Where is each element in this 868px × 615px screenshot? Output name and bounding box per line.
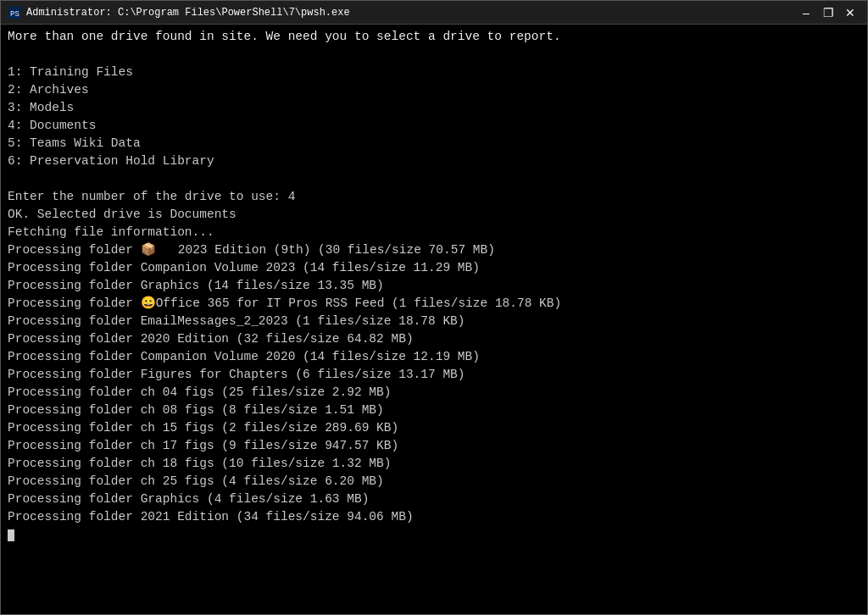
console-line: Processing folder ch 15 figs (2 files/si…	[8, 419, 860, 437]
window-controls: – ❐ ✕	[796, 4, 860, 21]
console-line: Processing folder ch 08 figs (8 files/si…	[8, 402, 860, 419]
console-line: Processing folder ch 25 figs (4 files/si…	[8, 473, 860, 490]
console-line: Processing folder Figures for Chapters (…	[8, 366, 860, 384]
cursor	[8, 529, 14, 541]
title-bar: PS Administrator: C:\Program Files\Power…	[1, 1, 867, 25]
console-line: Fetching file information...	[8, 224, 860, 241]
powershell-window: PS Administrator: C:\Program Files\Power…	[0, 0, 868, 615]
console-line: Processing folder 😀Office 365 for IT Pro…	[8, 295, 860, 313]
window-title: Administrator: C:\Program Files\PowerShe…	[26, 7, 796, 19]
console-line: Enter the number of the drive to use: 4	[8, 188, 860, 206]
console-output[interactable]: More than one drive found in site. We ne…	[1, 25, 867, 614]
console-line: 4: Documents	[8, 117, 860, 135]
console-line: 5: Teams Wiki Data	[8, 135, 860, 152]
restore-button[interactable]: ❐	[818, 4, 838, 21]
console-line	[8, 46, 860, 64]
console-line	[8, 170, 860, 188]
console-line: 2: Archives	[8, 81, 860, 99]
close-button[interactable]: ✕	[840, 4, 860, 21]
console-line: Processing folder Companion Volume 2020 …	[8, 348, 860, 366]
console-line: OK. Selected drive is Documents	[8, 206, 860, 224]
console-line: Processing folder ch 17 figs (9 files/si…	[8, 437, 860, 455]
cursor-line	[8, 526, 860, 544]
console-line: Processing folder Graphics (14 files/siz…	[8, 277, 860, 295]
content-wrapper: More than one drive found in site. We ne…	[1, 25, 867, 614]
console-line: Processing folder EmailMessages_2_2023 (…	[8, 313, 860, 330]
console-line: 6: Preservation Hold Library	[8, 152, 860, 170]
console-line: Processing folder Graphics (4 files/size…	[8, 490, 860, 508]
console-line: Processing folder 📦 2023 Edition (9th) (…	[8, 241, 860, 259]
console-line: Processing folder 2021 Edition (34 files…	[8, 508, 860, 526]
window-icon: PS	[8, 6, 21, 19]
console-line: Processing folder ch 18 figs (10 files/s…	[8, 455, 860, 473]
console-line: 1: Training Files	[8, 64, 860, 81]
console-line: Processing folder 2020 Edition (32 files…	[8, 330, 860, 348]
console-line: Processing folder ch 04 figs (25 files/s…	[8, 384, 860, 402]
console-line: Processing folder Companion Volume 2023 …	[8, 259, 860, 277]
console-line: More than one drive found in site. We ne…	[8, 28, 860, 46]
minimize-button[interactable]: –	[796, 4, 816, 21]
svg-text:PS: PS	[10, 10, 19, 19]
console-line: 3: Models	[8, 99, 860, 117]
